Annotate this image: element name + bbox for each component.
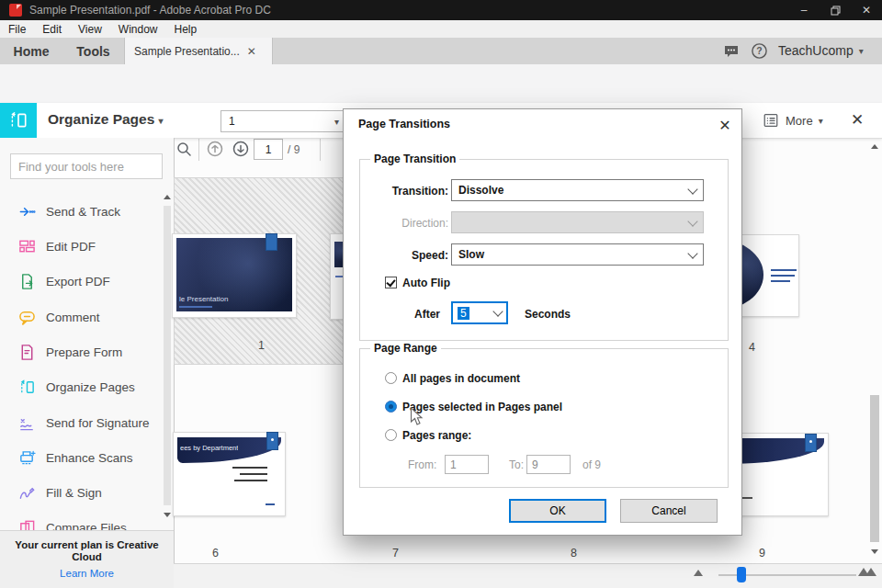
page4-number: 4	[749, 341, 755, 354]
content-scroll-up-icon[interactable]	[871, 144, 878, 149]
page7-number: 7	[392, 547, 399, 560]
content-scroll-down-icon[interactable]	[871, 549, 878, 554]
thumbnail-zoom-slider-handle[interactable]	[737, 567, 746, 582]
page1-bookmark-icon	[266, 233, 277, 251]
page6-bookmark-icon	[266, 432, 278, 450]
pages-range-radio[interactable]	[385, 429, 397, 441]
tab-home[interactable]: Home	[0, 38, 62, 64]
direction-label: Direction:	[380, 217, 448, 230]
page6-slide-text-line	[234, 480, 267, 481]
more-options-button[interactable]: More ▾	[763, 112, 823, 129]
tab-document[interactable]: Sample Presentatio... ✕	[124, 38, 273, 64]
menu-help[interactable]: Help	[166, 23, 206, 36]
export-pdf-icon	[18, 273, 36, 290]
more-list-icon	[763, 112, 779, 129]
sidebar-item-fill-sign[interactable]: Fill & Sign	[0, 481, 164, 504]
sidebar-item-organize-pages[interactable]: Organize Pages	[0, 375, 164, 399]
comment-bubble-icon[interactable]	[722, 42, 741, 61]
sidebar-item-label: Organize Pages	[46, 380, 135, 394]
menu-window[interactable]: Window	[110, 23, 166, 36]
seconds-label: Seconds	[525, 308, 571, 321]
sidebar-scroll-up-icon[interactable]	[164, 195, 171, 199]
from-label: From:	[408, 458, 436, 471]
sidebar-scrollbar-thumb[interactable]	[164, 206, 171, 505]
page-number-input[interactable]: 1	[254, 139, 283, 160]
pages-selected-radio[interactable]	[385, 401, 397, 413]
organize-pages-title-label: Organize Pages	[48, 111, 154, 127]
cancel-button[interactable]: Cancel	[620, 499, 718, 523]
pages-selected-label: Pages selected in Pages panel	[402, 401, 562, 413]
doc-tab-label: Sample Presentatio...	[134, 45, 240, 58]
sidebar-item-send-for-signature[interactable]: Send for Signature	[0, 411, 164, 435]
main-toolbar: 1 / 9 65.7% ▾	[0, 64, 882, 104]
menu-view[interactable]: View	[70, 23, 110, 36]
tab-tools[interactable]: Tools	[62, 38, 124, 64]
ok-button[interactable]: OK	[509, 499, 606, 523]
from-value: 1	[450, 458, 457, 471]
acrobat-app-icon	[9, 4, 22, 17]
svg-text:?: ?	[756, 46, 762, 56]
sidebar-item-label: Prepare Form	[46, 345, 122, 359]
previous-page-icon[interactable]	[206, 140, 224, 158]
title-bar: Sample Presentation.pdf - Adobe Acrobat …	[0, 0, 882, 20]
learn-more-link[interactable]: Learn More	[60, 568, 114, 579]
page1-thumbnail[interactable]: le Presentation	[172, 233, 297, 318]
auto-flip-checkbox[interactable]	[385, 277, 397, 288]
page6-slide-text-line	[240, 473, 267, 475]
tool-search-input[interactable]	[10, 153, 163, 179]
comment-icon	[18, 309, 36, 326]
page6-slide-text-line	[232, 467, 267, 469]
page-select-dropdown[interactable]: 1 ▾	[220, 110, 347, 132]
organize-pages-icon	[18, 379, 36, 396]
page-total-label: / 9	[288, 143, 300, 156]
direction-dropdown	[451, 211, 704, 233]
page6-number: 6	[212, 547, 219, 560]
auto-flip-label: Auto Flip	[402, 277, 450, 289]
edit-pdf-icon	[18, 238, 36, 255]
account-name: TeachUcomp	[778, 43, 854, 58]
after-chevron-icon	[492, 306, 503, 316]
dialog-title: Page Transitions	[358, 118, 450, 130]
help-icon[interactable]: ?	[751, 42, 768, 60]
search-icon[interactable]	[175, 140, 193, 158]
content-scrollbar-thumb[interactable]	[870, 395, 879, 542]
after-seconds-combobox[interactable]: 5	[451, 301, 508, 324]
account-menu[interactable]: TeachUcomp ▾	[778, 43, 864, 58]
organize-pages-tool-icon[interactable]	[0, 103, 37, 138]
sidebar-item-export-pdf[interactable]: Export PDF	[0, 269, 164, 293]
page9-number: 9	[759, 547, 765, 560]
page1-slide-title: le Presentation	[179, 295, 228, 303]
doc-tab-close-icon[interactable]: ✕	[247, 45, 256, 58]
sidebar-scroll-down-icon[interactable]	[164, 513, 171, 517]
zoom-out-thumbnails-icon[interactable]	[694, 570, 703, 576]
menu-edit[interactable]: Edit	[34, 23, 70, 36]
dialog-close-icon[interactable]: ✕	[715, 115, 735, 135]
sidebar-item-comment[interactable]: Comment	[0, 305, 164, 329]
from-input: 1	[445, 455, 489, 474]
plan-text: Your current plan is Creative Cloud	[13, 539, 161, 563]
sidebar-item-send-track[interactable]: Send & Track	[0, 199, 164, 223]
close-window-button[interactable]: ✕	[851, 0, 882, 20]
sidebar-item-enhance-scans[interactable]: Enhance Scans	[0, 446, 164, 469]
restore-button[interactable]	[820, 0, 851, 20]
to-input: 9	[526, 455, 571, 474]
after-label: After	[414, 308, 440, 321]
speed-dropdown[interactable]: Slow	[451, 243, 704, 266]
zoom-in-thumbnails-icon[interactable]	[865, 568, 876, 576]
menu-file[interactable]: File	[0, 23, 34, 36]
ok-button-label: OK	[549, 504, 565, 517]
toolbar-divider	[198, 138, 199, 161]
all-pages-radio[interactable]	[385, 372, 397, 384]
direction-chevron-icon	[687, 216, 697, 226]
organize-pages-title[interactable]: Organize Pages ▾	[48, 111, 164, 128]
sidebar-item-label: Send for Signature	[46, 416, 150, 430]
page-select-caret-icon: ▾	[334, 117, 339, 127]
minimize-button[interactable]: –	[788, 0, 820, 20]
acrobat-window: Sample Presentation.pdf - Adobe Acrobat …	[0, 0, 882, 588]
sidebar-item-prepare-form[interactable]: Prepare Form	[0, 340, 164, 364]
transition-dropdown[interactable]: Dissolve	[451, 179, 704, 201]
sidebar-item-edit-pdf[interactable]: Edit PDF	[0, 234, 164, 258]
next-page-icon[interactable]	[232, 140, 250, 158]
page4-slide-text-line	[771, 280, 790, 282]
close-tool-icon[interactable]: ✕	[851, 110, 864, 130]
